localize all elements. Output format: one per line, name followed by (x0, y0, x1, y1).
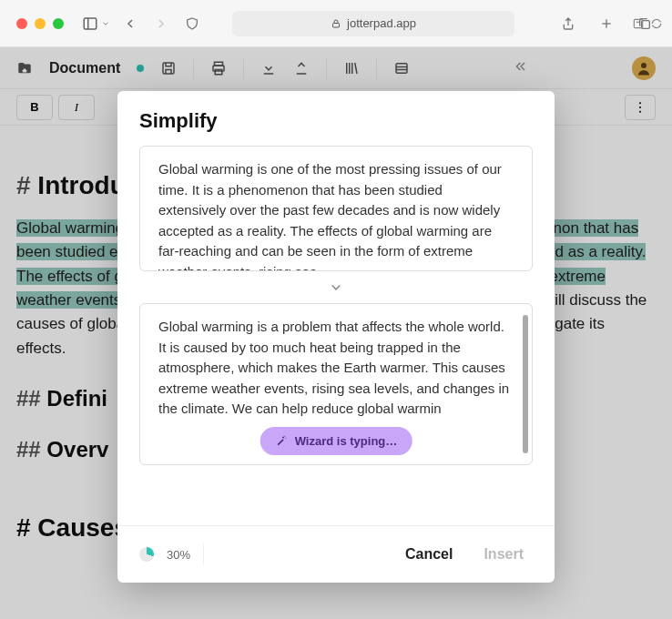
arrow-down-icon (139, 271, 533, 303)
lock-icon (331, 18, 341, 29)
address-bar[interactable]: jotterpad.app (232, 11, 514, 36)
svg-rect-2 (333, 23, 340, 27)
close-window-button[interactable] (16, 18, 27, 29)
modal-footer: 30% Cancel Insert (117, 525, 555, 583)
insert-button[interactable]: Insert (474, 541, 533, 568)
modal-title: Simplify (139, 109, 533, 133)
shield-icon[interactable] (181, 13, 203, 35)
modal-header: Simplify (117, 91, 555, 146)
reader-icon[interactable] (632, 17, 645, 30)
wizard-typing-badge: Wizard is typing… (260, 427, 412, 456)
minimize-window-button[interactable] (35, 18, 46, 29)
sidebar-toggle[interactable] (82, 15, 110, 32)
cancel-button[interactable]: Cancel (396, 541, 462, 568)
modal-overlay: Simplify Global warming is one of the mo… (0, 47, 672, 619)
window-controls (16, 18, 64, 29)
result-text: Global warming is a problem that affects… (158, 319, 509, 416)
credits-pie-icon (139, 547, 154, 562)
result-text-box[interactable]: Global warming is a problem that affects… (139, 303, 533, 465)
share-icon[interactable] (557, 13, 579, 35)
credits-text: 30% (167, 548, 190, 562)
svg-rect-3 (634, 19, 642, 27)
new-tab-icon[interactable] (596, 13, 617, 35)
maximize-window-button[interactable] (53, 18, 64, 29)
simplify-modal: Simplify Global warming is one of the mo… (117, 91, 555, 583)
url-text: jotterpad.app (347, 16, 416, 30)
svg-rect-0 (84, 18, 97, 29)
forward-button[interactable] (150, 13, 172, 35)
reload-icon[interactable] (650, 17, 663, 30)
back-button[interactable] (119, 13, 141, 35)
source-text-box[interactable]: Global warming is one of the most pressi… (139, 146, 533, 271)
browser-chrome: jotterpad.app (0, 0, 672, 47)
wand-icon (275, 434, 288, 447)
